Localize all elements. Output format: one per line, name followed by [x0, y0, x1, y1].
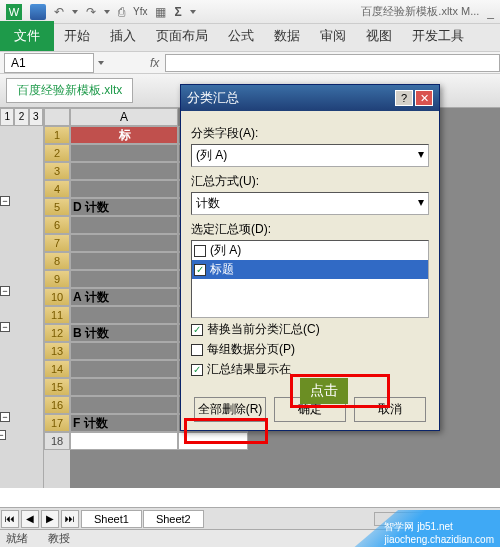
grid-icon[interactable]: ▦ — [155, 5, 166, 19]
outline-level-1[interactable]: 1 — [0, 108, 14, 126]
tab-dev[interactable]: 开发工具 — [402, 21, 474, 51]
cell[interactable] — [70, 234, 178, 252]
checkbox-icon[interactable] — [194, 264, 206, 276]
tab-view[interactable]: 视图 — [356, 21, 402, 51]
check-replace[interactable]: 替换当前分类汇总(C) — [191, 321, 429, 338]
field-select[interactable]: (列 A)▾ — [191, 144, 429, 167]
checkbox-icon[interactable] — [194, 245, 206, 257]
select-all-cell[interactable] — [44, 108, 70, 126]
ribbon-tabs: 文件 开始 插入 页面布局 公式 数据 审阅 视图 开发工具 — [0, 24, 500, 52]
status-mode: 教授 — [48, 531, 70, 546]
minimize-icon[interactable]: _ — [487, 5, 494, 19]
redo-dropdown-icon[interactable] — [104, 10, 110, 14]
row-header[interactable]: 2 — [44, 144, 70, 162]
tab-layout[interactable]: 页面布局 — [146, 21, 218, 51]
row-header[interactable]: 6 — [44, 216, 70, 234]
cell[interactable] — [70, 144, 178, 162]
doc-tab[interactable]: 百度经验新模板.xltx — [6, 78, 133, 103]
row-header[interactable]: 15 — [44, 378, 70, 396]
sum-icon[interactable]: Σ — [174, 5, 181, 19]
list-item[interactable]: 标题 — [192, 260, 428, 279]
help-icon[interactable]: ? — [395, 90, 413, 106]
prev-sheet-icon[interactable]: ◀ — [21, 510, 39, 528]
row-header[interactable]: 13 — [44, 342, 70, 360]
cell-subtotal[interactable]: D 计数 — [70, 198, 178, 216]
undo-dropdown-icon[interactable] — [72, 10, 78, 14]
print-icon[interactable]: ⎙ — [118, 5, 125, 19]
outline-collapse-2[interactable]: − — [0, 286, 10, 296]
undo-icon[interactable]: ↶ — [54, 5, 64, 19]
dialog-titlebar[interactable]: 分类汇总 ? ✕ — [181, 85, 439, 111]
row-header[interactable]: 1 — [44, 126, 70, 144]
dropdown-icon[interactable] — [190, 10, 196, 14]
tab-home[interactable]: 开始 — [54, 21, 100, 51]
checkbox-icon[interactable] — [191, 344, 203, 356]
list-item[interactable]: (列 A) — [192, 241, 428, 260]
cell[interactable] — [70, 378, 178, 396]
tab-file[interactable]: 文件 — [0, 21, 54, 51]
outline-collapse-4[interactable]: − — [0, 412, 10, 422]
row-header[interactable]: 7 — [44, 234, 70, 252]
cell[interactable] — [70, 396, 178, 414]
sheet-tab[interactable]: Sheet1 — [81, 510, 142, 528]
col-header-a[interactable]: A — [70, 108, 178, 126]
cell[interactable] — [70, 342, 178, 360]
tab-review[interactable]: 审阅 — [310, 21, 356, 51]
items-list[interactable]: (列 A) 标题 — [191, 240, 429, 318]
row-header[interactable]: 17 — [44, 414, 70, 432]
redo-icon[interactable]: ↷ — [86, 5, 96, 19]
formula-input[interactable] — [165, 54, 500, 72]
row-header[interactable]: 5 — [44, 198, 70, 216]
row-header[interactable]: 4 — [44, 180, 70, 198]
sheet-tab[interactable]: Sheet2 — [143, 510, 204, 528]
outline-level-2[interactable]: 2 — [14, 108, 28, 126]
cell[interactable] — [70, 306, 178, 324]
formula-icon[interactable]: Yfx — [133, 6, 147, 17]
outline-collapse-1[interactable]: − — [0, 196, 10, 206]
close-icon[interactable]: ✕ — [415, 90, 433, 106]
row-header[interactable]: 12 — [44, 324, 70, 342]
cell[interactable] — [70, 216, 178, 234]
field-label: 分类字段(A): — [191, 125, 429, 142]
formula-bar: A1 fx — [0, 52, 500, 74]
name-box[interactable]: A1 — [4, 53, 94, 73]
row-header[interactable]: 18 — [44, 432, 70, 450]
cell[interactable] — [70, 252, 178, 270]
row-header[interactable]: 9 — [44, 270, 70, 288]
tab-data[interactable]: 数据 — [264, 21, 310, 51]
row-header[interactable]: 16 — [44, 396, 70, 414]
method-select[interactable]: 计数▾ — [191, 192, 429, 215]
check-page[interactable]: 每组数据分页(P) — [191, 341, 429, 358]
row-header[interactable]: 3 — [44, 162, 70, 180]
next-sheet-icon[interactable]: ▶ — [41, 510, 59, 528]
cell[interactable]: 标 — [70, 126, 178, 144]
tab-insert[interactable]: 插入 — [100, 21, 146, 51]
cell[interactable] — [70, 360, 178, 378]
row-header[interactable]: 14 — [44, 360, 70, 378]
status-ready: 就绪 — [6, 531, 28, 546]
checkbox-icon[interactable] — [191, 364, 203, 376]
cell-subtotal[interactable]: B 计数 — [70, 324, 178, 342]
namebox-dropdown-icon[interactable] — [98, 61, 104, 65]
annotation-box-remove — [184, 418, 268, 444]
row-header[interactable]: 8 — [44, 252, 70, 270]
checkbox-icon[interactable] — [191, 324, 203, 336]
cell[interactable] — [70, 180, 178, 198]
save-icon[interactable] — [30, 4, 46, 20]
last-sheet-icon[interactable]: ⏭ — [61, 510, 79, 528]
outline-collapse-all[interactable]: − — [0, 430, 6, 440]
outline-collapse-3[interactable]: − — [0, 322, 10, 332]
cell-subtotal[interactable]: A 计数 — [70, 288, 178, 306]
app-icon: W — [6, 4, 22, 20]
cell[interactable] — [70, 270, 178, 288]
tab-formula[interactable]: 公式 — [218, 21, 264, 51]
window-title: 百度经验新模板.xltx M... — [361, 4, 479, 19]
first-sheet-icon[interactable]: ⏮ — [1, 510, 19, 528]
outline-level-3[interactable]: 3 — [29, 108, 43, 126]
row-header[interactable]: 11 — [44, 306, 70, 324]
cell[interactable] — [70, 432, 178, 450]
row-header[interactable]: 10 — [44, 288, 70, 306]
fx-icon[interactable]: fx — [150, 56, 159, 70]
cell[interactable] — [70, 162, 178, 180]
cell-subtotal[interactable]: F 计数 — [70, 414, 178, 432]
